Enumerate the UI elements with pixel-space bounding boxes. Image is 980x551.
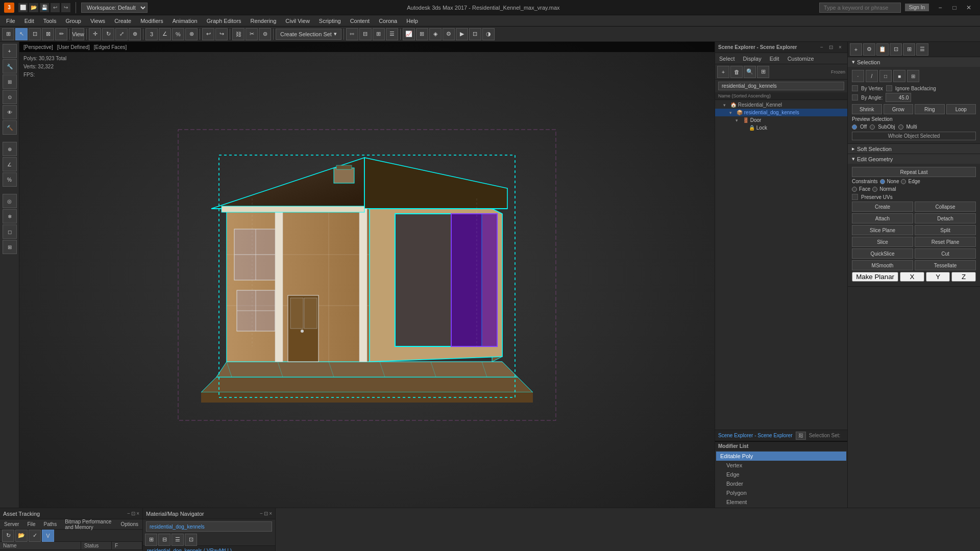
mn-search-input[interactable] — [146, 521, 272, 532]
menu-civil-view[interactable]: Civil View — [281, 17, 313, 25]
make-planar-btn[interactable]: Make Planar — [852, 272, 898, 282]
rp-btn3[interactable]: 📋 — [876, 43, 889, 56]
viewport-area[interactable]: [Perspective] [User Defined] [Edged Face… — [19, 42, 715, 508]
at-refresh-btn[interactable]: ↻ — [2, 530, 14, 542]
se-scene-explorer-link[interactable]: Scene Explorer - Scene Explorer — [718, 433, 793, 438]
rp-btn2[interactable]: ⚙ — [863, 43, 875, 56]
close-button[interactable]: ✕ — [962, 3, 976, 13]
angle-snap-side-btn[interactable]: ∠ — [3, 157, 17, 171]
se-menu-edit[interactable]: Edit — [766, 55, 783, 63]
viewport-user-defined[interactable]: [User Defined] — [57, 44, 90, 50]
redo-btn[interactable]: ↪ — [61, 3, 70, 12]
at-minimize-btn[interactable]: − — [127, 511, 130, 516]
menu-views[interactable]: Views — [86, 17, 109, 25]
open-btn[interactable]: 📂 — [29, 3, 38, 12]
select-btn[interactable]: ↖ — [15, 28, 28, 40]
paint-select-btn[interactable]: ✏ — [55, 28, 67, 40]
redo-scene-btn[interactable]: ↪ — [215, 28, 228, 40]
menu-rendering[interactable]: Rendering — [247, 17, 281, 25]
ring-btn[interactable]: Ring — [915, 104, 945, 114]
at-menu-options[interactable]: Options — [117, 520, 142, 528]
by-angle-check[interactable] — [852, 94, 858, 101]
slice-plane-btn[interactable]: Slice Plane — [852, 225, 913, 235]
tree-item-lock[interactable]: 🔒 Lock — [715, 124, 847, 132]
menu-corona[interactable]: Corona — [375, 17, 401, 25]
cut-btn[interactable]: Cut — [915, 248, 976, 259]
workspace-selector[interactable]: Workspace: Default — [81, 3, 148, 13]
loop-btn[interactable]: Loop — [946, 104, 976, 114]
modifier-polygon[interactable]: Polygon — [716, 488, 846, 497]
3d-viewport-canvas[interactable] — [19, 42, 715, 508]
mn-tb-btn1[interactable]: ⊞ — [145, 534, 157, 546]
snap-toggle-btn[interactable]: ⊕ — [3, 142, 17, 156]
isolate-btn[interactable]: ◎ — [3, 194, 17, 208]
manage-layers-btn[interactable]: ☰ — [386, 28, 398, 40]
menu-modifiers[interactable]: Modifiers — [136, 17, 167, 25]
repeat-last-btn[interactable]: Repeat Last — [852, 167, 976, 177]
modifier-edge[interactable]: Edge — [716, 470, 846, 479]
maximize-button[interactable]: □ — [947, 3, 962, 13]
mn-tb-btn2[interactable]: ⊟ — [158, 534, 170, 546]
render-btn[interactable]: ▶ — [456, 28, 468, 40]
angle-snap-btn[interactable]: ∠ — [159, 28, 171, 40]
msmooth-btn[interactable]: MSmooth — [852, 260, 913, 270]
ignore-bf-check[interactable] — [886, 85, 892, 91]
menu-graph-editors[interactable]: Graph Editors — [203, 17, 246, 25]
slice-btn[interactable]: Slice — [852, 237, 913, 247]
sign-in-button[interactable]: Sign In — [905, 4, 929, 11]
new-btn[interactable]: ⬜ — [18, 3, 28, 12]
percent-snap-btn[interactable]: % — [172, 28, 184, 40]
at-close-btn[interactable]: × — [136, 511, 139, 516]
menu-file[interactable]: File — [2, 17, 19, 25]
rp-btn6[interactable]: ☰ — [916, 43, 928, 56]
reset-plane-btn[interactable]: Reset Plane — [915, 237, 976, 247]
viewport-perspective[interactable]: [Perspective] — [23, 44, 53, 50]
se-menu-display[interactable]: Display — [739, 55, 766, 63]
minimize-button[interactable]: − — [933, 3, 947, 13]
select-move-btn[interactable]: ✛ — [89, 28, 101, 40]
angle-input[interactable] — [886, 93, 911, 102]
mirror-btn[interactable]: ⇿ — [346, 28, 358, 40]
menu-scripting[interactable]: Scripting — [315, 17, 345, 25]
se-search-input[interactable] — [718, 82, 844, 90]
off-radio[interactable] — [852, 124, 857, 130]
viewport-label-btn[interactable]: View — [72, 28, 84, 40]
layer-btn[interactable]: ⊞ — [373, 28, 385, 40]
se-menu-customize[interactable]: Customize — [783, 55, 818, 63]
se-pin-btn[interactable]: − — [818, 43, 826, 52]
preserve-uvs-check[interactable] — [852, 194, 858, 200]
rotate-btn[interactable]: ↻ — [102, 28, 114, 40]
attach-btn[interactable]: Attach — [852, 213, 913, 223]
at-menu-server[interactable]: Server — [0, 520, 23, 528]
motion-btn[interactable]: ⊙ — [3, 90, 17, 104]
place-btn[interactable]: ⊕ — [129, 28, 141, 40]
at-menu-file[interactable]: File — [23, 520, 39, 528]
link-btn[interactable]: ⛓ — [232, 28, 244, 40]
viewport-edged-faces[interactable]: [Edged Faces] — [94, 44, 127, 50]
multi-radio[interactable] — [898, 124, 903, 130]
hierarchy-btn[interactable]: ⊞ — [3, 74, 17, 89]
se-float-btn[interactable]: ⊡ — [827, 43, 835, 52]
modify-panel-btn[interactable]: 🔧 — [3, 59, 17, 73]
mn-tb-btn4[interactable]: ⊡ — [185, 534, 197, 546]
at-max-btn[interactable]: ⊡ — [131, 511, 135, 516]
element-sel-btn[interactable]: ⊞ — [907, 70, 919, 82]
at-menu-bitmap[interactable]: Bitmap Performance and Memory — [61, 518, 116, 531]
face-radio[interactable] — [852, 187, 857, 192]
se-link-btn[interactable]: ⛓ — [796, 432, 806, 440]
modifier-element[interactable]: Element — [716, 497, 846, 507]
none-radio[interactable] — [880, 179, 885, 184]
mn-float-btn[interactable]: − — [260, 511, 263, 516]
tessellate-btn[interactable]: Tessellate — [915, 260, 976, 270]
z-btn[interactable]: Z — [951, 272, 976, 282]
create-selection-btn[interactable]: Create Selection Set ▾ — [276, 29, 341, 40]
align-btn[interactable]: ⊟ — [359, 28, 372, 40]
at-vault-btn[interactable]: V — [42, 530, 54, 542]
modifier-editable-poly[interactable]: Editable Poly — [716, 452, 846, 461]
mn-tb-btn3[interactable]: ☰ — [172, 534, 184, 546]
select-filter-btn[interactable]: ⊞ — [2, 28, 14, 40]
se-new-btn[interactable]: + — [717, 66, 729, 78]
material-editor-btn[interactable]: ◈ — [429, 28, 442, 40]
at-browse-btn[interactable]: 📂 — [15, 530, 28, 542]
menu-group[interactable]: Group — [61, 17, 85, 25]
